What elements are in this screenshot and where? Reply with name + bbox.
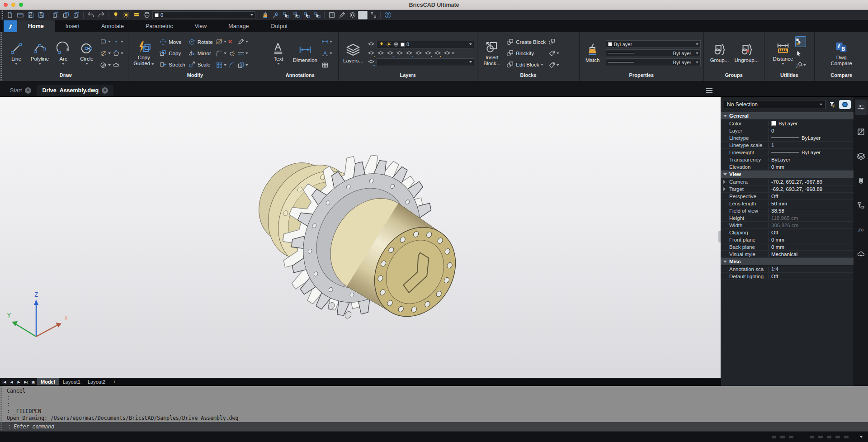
property-row[interactable]: Width 306.826 cm <box>721 222 854 229</box>
command-input[interactable]: : Enter command <box>0 422 868 431</box>
layout-tab[interactable]: Layout2 <box>84 378 109 385</box>
layers-gold-icon[interactable] <box>132 11 141 19</box>
spline-icon[interactable] <box>228 60 236 71</box>
rectangle-icon[interactable] <box>100 36 111 47</box>
mirror-button[interactable]: Mirror <box>188 48 213 58</box>
layer-settings-icon[interactable] <box>368 58 375 66</box>
ribbon-tab[interactable]: Parametric <box>135 20 184 32</box>
bricscad-logo[interactable] <box>4 20 17 32</box>
property-row[interactable]: Transparency ByLayer <box>721 156 854 163</box>
layer-on-icon[interactable] <box>368 50 375 57</box>
hatch-icon[interactable] <box>100 60 111 71</box>
save-as-icon[interactable] <box>36 11 46 19</box>
polyline-button[interactable]: Polyline <box>29 35 50 71</box>
layer-thaw-icon[interactable] <box>415 50 422 57</box>
selection-filter-dropdown[interactable]: No Selection <box>724 100 826 109</box>
layer-states-icon[interactable] <box>443 50 454 57</box>
linetype-combo[interactable]: ByLayer <box>606 49 701 57</box>
arc-button[interactable]: Arc <box>53 35 74 71</box>
status-chevron-icon[interactable] <box>860 436 863 438</box>
layer-unisolate-icon[interactable] <box>396 50 403 57</box>
drafting-panel-icon[interactable] <box>855 124 868 139</box>
attributes-icon[interactable] <box>548 60 559 71</box>
text-button[interactable]: Text <box>268 35 289 71</box>
move-button[interactable]: Move <box>159 37 185 47</box>
add-layout-button[interactable]: + <box>109 378 119 385</box>
section-header[interactable]: View <box>721 171 854 178</box>
ribbon-tab[interactable]: Home <box>17 20 55 32</box>
stretch-button[interactable]: Stretch <box>159 60 185 70</box>
property-row[interactable]: Target -69.2, 693.27, -968.89 <box>721 185 854 193</box>
property-row[interactable]: Perspective Off <box>721 193 854 200</box>
color-picker-icon[interactable] <box>271 11 280 19</box>
close-tab-icon[interactable] <box>25 87 31 94</box>
last-layout-icon[interactable]: ▶| <box>23 379 29 385</box>
panel-collapse-handle[interactable] <box>718 231 721 242</box>
status-toggle[interactable] <box>789 436 793 438</box>
layer-freeze-icon[interactable] <box>406 50 413 57</box>
section-header[interactable]: Misc <box>721 258 854 266</box>
property-row[interactable]: Back plane 0 mm <box>721 243 854 251</box>
next-layout-icon[interactable]: ▶ <box>15 379 22 385</box>
property-row[interactable]: Layer 0 <box>721 127 854 134</box>
edit-block-button[interactable]: Edit Block <box>506 60 546 70</box>
select-brep-icon[interactable] <box>292 11 301 19</box>
layout-tab[interactable]: Layout1 <box>59 378 84 385</box>
point-icon[interactable] <box>113 36 123 47</box>
blockify-button[interactable]: Blockify <box>506 48 546 58</box>
match-properties-icon[interactable] <box>260 11 270 19</box>
quick-select-icon[interactable] <box>312 11 322 19</box>
fullscreen-icon[interactable] <box>368 11 378 19</box>
layers-explorer-button[interactable]: Layers... <box>341 35 365 71</box>
properties-panel-icon[interactable] <box>855 100 868 115</box>
property-row[interactable]: Linetype ByLayer <box>721 134 854 142</box>
new-file-icon[interactable] <box>5 11 14 19</box>
drawing-explorer-icon[interactable] <box>327 11 336 19</box>
light-bulb-icon[interactable] <box>111 11 120 19</box>
status-toggle[interactable] <box>835 436 840 438</box>
ucs-zoom-icon[interactable] <box>795 60 806 71</box>
property-row[interactable]: Annotation sca 1:4 <box>721 266 854 273</box>
toolbar-grip[interactable] <box>1 10 4 20</box>
insert-block-button[interactable]: InsertBlock... <box>480 35 504 71</box>
offset-icon[interactable] <box>237 48 248 59</box>
import-icon[interactable] <box>61 11 71 19</box>
measure-cursor-icon[interactable] <box>795 36 806 47</box>
expand-icon[interactable] <box>723 180 726 184</box>
property-row[interactable]: Height 118.965 cm <box>721 214 854 222</box>
trim-icon[interactable] <box>216 36 226 47</box>
rotate-button[interactable]: Rotate <box>188 37 213 47</box>
distance-button[interactable]: Distance <box>773 35 793 71</box>
export-icon[interactable] <box>71 11 81 19</box>
ellipse-icon[interactable] <box>100 48 111 59</box>
selection-preview-eye-icon[interactable] <box>839 100 851 109</box>
line-button[interactable]: Line <box>6 35 27 71</box>
redo-icon[interactable] <box>96 11 106 19</box>
layer-search-icon[interactable] <box>368 41 375 48</box>
dimension-button[interactable]: Dimension <box>292 35 319 71</box>
ribbon-grip[interactable] <box>0 32 3 81</box>
property-row[interactable]: Linetype scale 1 <box>721 142 854 149</box>
status-toggle[interactable] <box>818 436 823 438</box>
sketch-icon[interactable] <box>337 11 347 19</box>
scale-button[interactable]: Scale <box>188 60 213 70</box>
lineweight-combo[interactable]: ByLayer <box>606 58 701 66</box>
cloud-panel-icon[interactable] <box>855 246 868 261</box>
dwg-compare-button[interactable]: DwgCompare <box>827 35 856 71</box>
layer-filter-combo[interactable] <box>377 58 474 66</box>
layers-panel-icon[interactable] <box>855 148 868 164</box>
current-layer-combo[interactable]: 0 <box>152 11 255 19</box>
property-row[interactable]: Color ByLayer <box>721 120 854 127</box>
match-properties-button[interactable]: Match <box>582 35 603 71</box>
dimension-style-icon[interactable] <box>321 36 332 47</box>
status-toggle[interactable] <box>780 436 785 438</box>
document-tab[interactable]: Drive_Assembly.dwg <box>37 85 113 96</box>
property-row[interactable]: Front plane 0 mm <box>721 236 854 243</box>
sun-icon[interactable] <box>121 11 131 19</box>
layer-isolate-icon[interactable] <box>387 50 394 57</box>
ribbon-tab[interactable]: View <box>184 20 217 32</box>
array-icon[interactable] <box>216 60 226 71</box>
copy-button[interactable]: Copy <box>159 48 185 58</box>
layer-lock-icon[interactable] <box>425 50 432 57</box>
first-layout-icon[interactable]: |◀ <box>1 379 8 385</box>
